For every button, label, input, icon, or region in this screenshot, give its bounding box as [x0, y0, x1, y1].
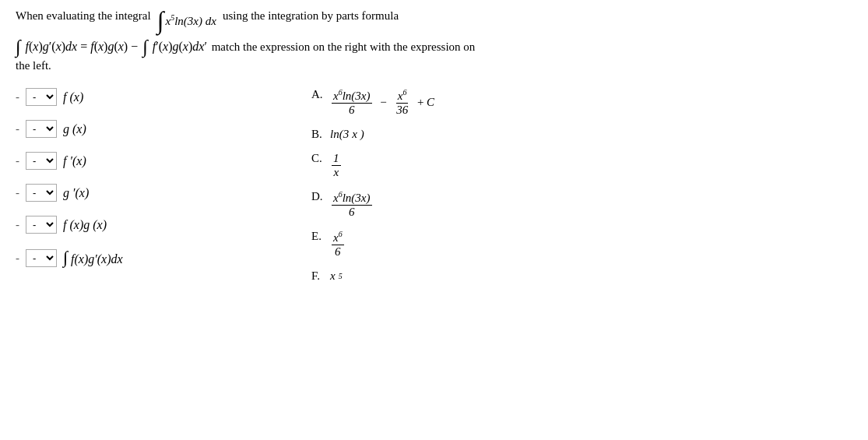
dash-int: - — [16, 252, 19, 265]
choice-f-label: F. — [311, 269, 325, 283]
integral-integrand: x5ln(3x) dx — [165, 13, 216, 28]
frac-c: 1 x — [332, 152, 341, 179]
dropdown-fxgx[interactable]: - A B C D E F — [26, 216, 57, 234]
dash-fpx: - — [16, 154, 19, 167]
dropdown-gx[interactable]: - A B C D E F — [26, 120, 57, 138]
dash-fx: - — [16, 90, 19, 104]
right-column: A. x6ln(3x) 6 − x6 36 + C B. ln(3x) — [311, 88, 434, 283]
choice-d: D. x6ln(3x) 6 — [311, 190, 434, 219]
formula-integral-sign2: ∫ — [142, 37, 148, 56]
choice-a: A. x6ln(3x) 6 − x6 36 + C — [311, 88, 434, 117]
choice-d-expr: x6ln(3x) 6 — [330, 190, 374, 219]
dash-gpx: - — [16, 186, 19, 199]
dropdown-int[interactable]: - A B C D E F — [26, 249, 57, 267]
last-line: the left. — [16, 59, 852, 72]
dropdown-fx[interactable]: - A B C D E F — [26, 88, 57, 106]
choice-b-label: B. — [311, 128, 325, 141]
integral-sign: ∫ — [157, 8, 164, 33]
choice-c-expr: 1 x — [330, 152, 343, 179]
label-fxgx: f (x)g (x) — [63, 218, 107, 232]
formula-row: ∫ f(x)g′(x)dx = f(x)g(x) − ∫ f′(x)g(x)dx… — [16, 37, 852, 56]
integral-expression: ∫ x5ln(3x) dx — [157, 8, 216, 33]
frac-e: x6 6 — [332, 230, 344, 259]
formula-right-part: f′(x)g(x)dx′ — [149, 40, 207, 54]
dropdown-row-fpx: - - A B C D E F f ′(x) — [16, 152, 234, 170]
dropdown-gpx[interactable]: - A B C D E F — [26, 184, 57, 202]
choice-e-expr: x6 6 — [330, 230, 346, 259]
choice-f: F. x5 — [311, 269, 434, 283]
label-fx: f (x) — [63, 90, 83, 104]
dash-fxgx: - — [16, 218, 19, 231]
frac-d: x6ln(3x) 6 — [332, 190, 372, 219]
dropdown-fpx[interactable]: - A B C D E F — [26, 152, 57, 170]
choice-c: C. 1 x — [311, 152, 434, 179]
choice-a-label: A. — [311, 88, 325, 101]
dropdown-row-fx: - - A B C D E F f (x) — [16, 88, 234, 106]
dropdown-row-int: - - A B C D E F ∫ f(x)g′(x)dx — [16, 248, 234, 268]
choice-b: B. ln(3x) — [311, 128, 434, 141]
using-text: using the integration by parts formula — [223, 8, 399, 24]
choice-e-label: E. — [311, 230, 325, 243]
dropdown-row-gpx: - - A B C D E F g ′(x) — [16, 184, 234, 202]
choice-b-expr: ln(3x) — [330, 128, 364, 141]
label-gpx: g ′(x) — [63, 186, 89, 200]
formula-left-part: f(x)g′(x)dx = f(x)g(x) − — [23, 40, 142, 54]
frac-a-den: x6 36 — [395, 88, 409, 117]
dropdown-row-fxgx: - - A B C D E F f (x)g (x) — [16, 216, 234, 234]
choice-d-label: D. — [311, 190, 325, 203]
label-gx: g (x) — [63, 122, 86, 136]
choice-a-expr: x6ln(3x) 6 − x6 36 + C — [330, 88, 434, 117]
formula-integral-sign: ∫ — [16, 37, 21, 56]
dropdown-row-gx: - - A B C D E F g (x) — [16, 120, 234, 138]
frac-a-num: x6ln(3x) 6 — [332, 88, 372, 117]
choice-e: E. x6 6 — [311, 230, 434, 259]
match-text: match the expression on the right with t… — [209, 39, 475, 55]
intro-text: When evaluating the integral — [16, 8, 151, 24]
label-fpx: f ′(x) — [63, 154, 86, 168]
left-column: - - A B C D E F f (x) - - A B C D E F — [16, 88, 234, 283]
choice-c-label: C. — [311, 152, 325, 165]
main-content: - - A B C D E F f (x) - - A B C D E F — [16, 88, 852, 283]
header-section: When evaluating the integral ∫ x5ln(3x) … — [16, 8, 852, 33]
choice-f-expr: x5 — [330, 269, 343, 283]
label-int: ∫ f(x)g′(x)dx — [63, 248, 123, 268]
dash-gx: - — [16, 122, 19, 136]
